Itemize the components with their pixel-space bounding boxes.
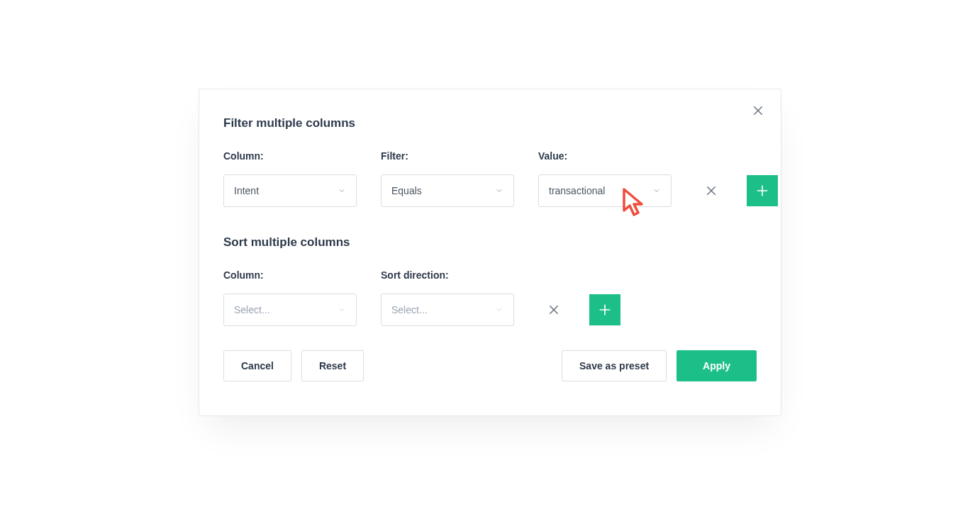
save-preset-button[interactable]: Save as preset [562,350,667,381]
filter-column-select[interactable]: Intent [223,174,357,207]
chevron-down-icon [338,186,346,195]
add-filter-button[interactable] [747,175,778,206]
value-label: Value: [538,150,672,162]
filter-column-value: Intent [234,185,259,196]
sort-column-select[interactable]: Select... [223,294,357,326]
filter-value-field: Value: transactional [538,150,672,207]
close-button[interactable] [750,102,767,119]
sort-direction-placeholder: Select... [391,304,428,315]
sort-row: Column: Select... Sort direction: Select… [223,269,757,326]
filter-row-controls [696,174,778,207]
sort-row-controls [538,294,620,326]
add-sort-button[interactable] [589,294,620,325]
reset-button[interactable]: Reset [301,350,364,381]
filter-operator-value: Equals [391,185,422,196]
filter-column-field: Column: Intent [223,150,357,207]
sort-direction-label: Sort direction: [381,269,514,281]
remove-filter-button[interactable] [696,175,727,206]
chevron-down-icon [495,186,503,195]
filter-operator-field: Filter: Equals [381,150,514,207]
close-icon [752,104,764,117]
actions-left: Cancel Reset [223,350,364,381]
column-label: Column: [223,269,357,281]
chevron-down-icon [495,306,503,314]
filter-value-select[interactable]: transactional [538,174,672,207]
actions-right: Save as preset Apply [562,350,757,381]
filter-value-value: transactional [549,185,605,196]
sort-direction-field: Sort direction: Select... [381,269,514,326]
plus-icon [598,303,612,317]
modal-actions: Cancel Reset Save as preset Apply [223,350,757,381]
chevron-down-icon [652,186,661,195]
sort-column-placeholder: Select... [234,304,270,315]
filter-sort-modal: Filter multiple columns Column: Intent F… [199,89,781,416]
apply-button[interactable]: Apply [676,350,757,381]
close-icon [547,303,560,316]
filter-row: Column: Intent Filter: Equals Value: tra… [223,150,757,207]
column-label: Column: [223,150,357,162]
close-icon [705,184,718,197]
plus-icon [755,184,769,198]
sort-column-field: Column: Select... [223,269,357,326]
chevron-down-icon [338,306,346,314]
filter-operator-select[interactable]: Equals [381,174,514,207]
sort-direction-select[interactable]: Select... [381,294,514,326]
cancel-button[interactable]: Cancel [223,350,291,381]
sort-heading: Sort multiple columns [223,235,757,250]
remove-sort-button[interactable] [538,294,569,325]
filter-heading: Filter multiple columns [223,116,757,130]
filter-label: Filter: [381,150,514,162]
